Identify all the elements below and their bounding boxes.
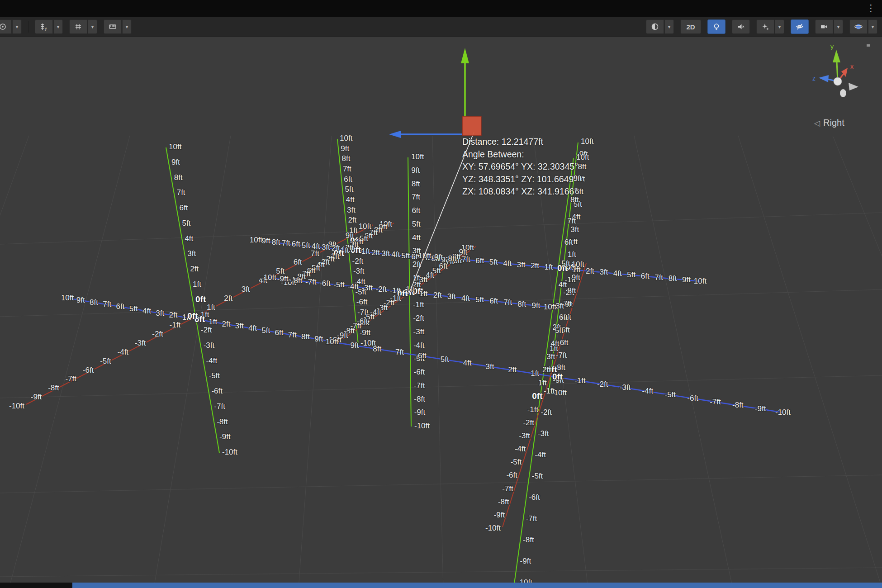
eye-off-icon <box>796 23 804 31</box>
ruler-icon <box>109 23 117 31</box>
angle-xy-yx: XY: 57.69654° YX: 32.30345° <box>462 161 578 173</box>
measurement-overlay: Distance: 12.21477ft Angle Between: XY: … <box>462 136 578 198</box>
chevron-down-icon: ▾ <box>57 24 59 29</box>
scene-effects-button[interactable] <box>756 19 774 34</box>
view-orientation-label[interactable]: ◁Right <box>814 118 844 128</box>
shading-mode-button[interactable] <box>646 19 664 34</box>
scene-audio-button[interactable] <box>732 19 750 34</box>
chevron-down-icon: ▾ <box>126 24 128 29</box>
partial-tool-dropdown[interactable]: ▾ <box>12 19 22 34</box>
view-orientation-text: Right <box>823 118 844 128</box>
gizmos-dropdown[interactable]: ▾ <box>868 19 877 34</box>
chevron-down-icon: ▾ <box>16 24 18 29</box>
gizmo-y-label: y <box>830 43 834 50</box>
toggle-2d-button[interactable]: 2D <box>680 19 701 34</box>
snap-grid-icon <box>74 23 82 31</box>
gizmo-center-handles[interactable] <box>834 44 870 97</box>
bottom-highlight-strip <box>72 583 882 588</box>
toolbar-left-group: ▾ y ▾ <box>0 19 132 34</box>
scene-effects-dropdown[interactable]: ▾ <box>775 19 784 34</box>
tool-group-grid-snap: y ▾ <box>35 19 63 34</box>
scene-view[interactable] <box>0 37 882 583</box>
lightbulb-icon <box>712 23 721 31</box>
tool-group-measure: ▾ <box>104 19 132 34</box>
chevron-down-icon: ▾ <box>872 24 874 29</box>
tool-group-camera: ▾ <box>815 19 843 34</box>
toolbar-separator <box>28 21 28 33</box>
gizmo-z-label: z <box>812 75 816 82</box>
distance-readout: Distance: 12.21477ft <box>462 136 578 148</box>
overflow-menu-icon[interactable]: ⋮ <box>866 2 876 14</box>
bottom-bar <box>0 583 882 588</box>
chevron-down-icon: ▾ <box>668 24 670 29</box>
shading-mode-dropdown[interactable]: ▾ <box>664 19 674 34</box>
tool-group-partial: ▾ <box>0 19 22 34</box>
angle-yz-zy: YZ: 348.3351° ZY: 101.6649° <box>462 173 578 186</box>
scene-orientation-gizmo[interactable]: y z x <box>800 40 877 117</box>
chevron-down-icon: ▾ <box>91 24 94 29</box>
tool-group-increment-snap: ▾ <box>69 19 97 34</box>
angle-header: Angle Between: <box>462 148 578 161</box>
grid-axis-y-icon: y <box>40 23 48 31</box>
partial-tool-button[interactable] <box>0 19 12 34</box>
tool-group-gizmos: ▾ <box>849 19 877 34</box>
measure-tool-button[interactable] <box>104 19 122 34</box>
grid-snap-dropdown[interactable]: ▾ <box>53 19 63 34</box>
scene-toolbar: ▾ y ▾ <box>0 17 882 37</box>
gizmo-globe-icon <box>854 23 863 31</box>
gizmo-x-label: x <box>850 63 854 70</box>
gizmos-button[interactable] <box>849 19 868 34</box>
partial-tool-icon <box>0 23 7 31</box>
audio-muted-icon <box>737 23 745 31</box>
increment-snap-button[interactable] <box>69 19 87 34</box>
tool-group-effects: ▾ <box>756 19 784 34</box>
scene-lighting-button[interactable] <box>707 19 726 34</box>
measure-tool-dropdown[interactable]: ▾ <box>122 19 132 34</box>
video-camera-icon <box>820 23 828 31</box>
window-topbar: ⋮ <box>0 0 882 17</box>
tool-group-shading: ▾ <box>646 19 674 34</box>
scene-visibility-button[interactable] <box>791 19 809 34</box>
angle-zx-xz: ZX: 108.0834° XZ: 341.9166° <box>462 185 578 198</box>
scene-camera-dropdown[interactable]: ▾ <box>834 19 843 34</box>
scene-camera-button[interactable] <box>815 19 833 34</box>
unity-editor-window: ⋮ ▾ y ▾ <box>0 0 882 588</box>
shaded-sphere-icon <box>651 23 659 31</box>
sparkle-effects-icon <box>761 23 769 31</box>
view-menu-arrow-icon: ◁ <box>814 119 820 128</box>
grid-snap-button[interactable]: y <box>35 19 53 34</box>
gizmo-y-axis[interactable]: y <box>830 43 840 81</box>
increment-snap-dropdown[interactable]: ▾ <box>88 19 97 34</box>
chevron-down-icon: ▾ <box>778 24 781 29</box>
toolbar-right-group: ▾ 2D <box>646 19 882 34</box>
svg-text:y: y <box>45 26 47 31</box>
chevron-down-icon: ▾ <box>837 24 839 29</box>
